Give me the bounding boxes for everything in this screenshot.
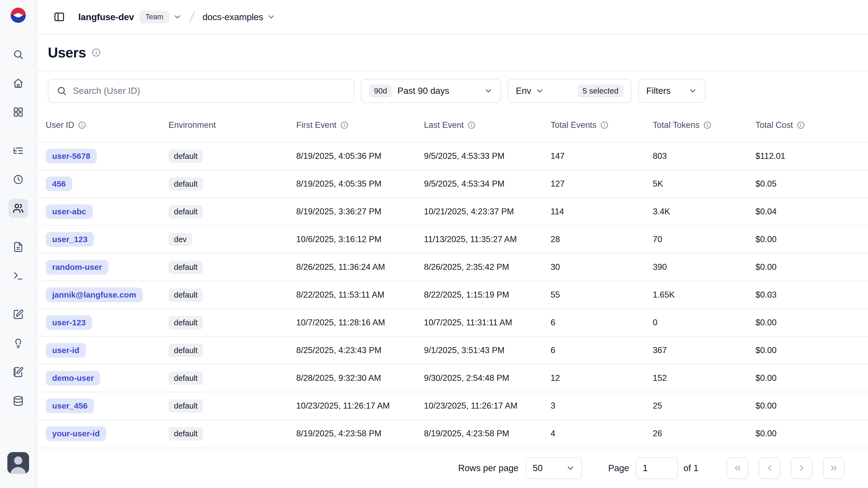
table-row[interactable]: 456default8/19/2025, 4:05:35 PM9/5/2025,… [37, 170, 868, 198]
page-title-info-icon[interactable] [92, 48, 101, 57]
table-row[interactable]: demo-userdefault8/28/2025, 9:32:30 AM9/3… [37, 364, 868, 392]
sidebar-item-tracing[interactable] [8, 141, 28, 161]
column-header-environment[interactable]: Environment [168, 120, 296, 130]
sidebar-item-insights[interactable] [8, 334, 28, 353]
info-icon [467, 121, 475, 129]
total-events-cell: 30 [551, 262, 653, 272]
last-page-button[interactable] [823, 457, 845, 479]
info-icon [797, 121, 805, 129]
next-page-button[interactable] [791, 457, 812, 479]
rows-per-page-select[interactable]: 50 [526, 457, 582, 479]
user-id-badge[interactable]: user_456 [45, 399, 94, 413]
user-id-badge[interactable]: user-123 [45, 315, 92, 330]
clock-icon [13, 174, 24, 185]
column-header-user-id[interactable]: User ID [45, 120, 168, 130]
page-number-input[interactable] [636, 457, 678, 479]
environment-badge: default [168, 205, 203, 219]
table-row[interactable]: your-user-iddefault8/19/2025, 4:23:58 PM… [37, 420, 868, 447]
sidebar-item-annotation[interactable] [8, 362, 28, 382]
last-event-cell: 9/5/2025, 4:53:34 PM [424, 179, 551, 189]
toolbar: 90d Past 90 days Env 5 selected Filters [37, 71, 868, 108]
filters-button[interactable]: Filters [638, 79, 706, 103]
chevrons-left-icon [733, 463, 742, 473]
first-event-cell: 10/23/2025, 11:26:17 AM [296, 401, 424, 411]
home-icon [13, 78, 24, 89]
sidebar-item-datasets[interactable] [8, 391, 28, 411]
sidebar-item-home[interactable] [8, 74, 28, 93]
column-header-total-tokens[interactable]: Total Tokens [653, 120, 755, 130]
sidebar-toggle-button[interactable] [50, 8, 68, 26]
date-range-picker[interactable]: 90d Past 90 days [361, 79, 501, 103]
org-switcher-chevron-icon[interactable] [173, 12, 182, 21]
database-icon [13, 396, 24, 406]
table-row[interactable]: user_123dev10/6/2025, 3:16:12 PM11/13/20… [37, 225, 868, 253]
info-icon [600, 121, 609, 129]
user-id-badge[interactable]: random-user [45, 260, 108, 275]
total-events-cell: 127 [551, 179, 653, 189]
list-tree-icon [13, 145, 24, 156]
total-tokens-cell: 803 [653, 151, 755, 161]
environment-badge: default [168, 261, 203, 274]
info-icon [703, 121, 711, 129]
total-events-cell: 4 [551, 429, 653, 438]
info-icon [340, 121, 348, 129]
sidebar-item-sessions[interactable] [8, 170, 28, 189]
user-id-badge[interactable]: 456 [45, 176, 72, 191]
total-cost-cell: $0.00 [755, 262, 868, 272]
project-switcher-chevron-icon[interactable] [267, 12, 276, 21]
rows-per-page-label: Rows per page [458, 463, 519, 473]
sidebar-item-playground[interactable] [8, 266, 28, 286]
total-tokens-cell: 25 [653, 401, 755, 411]
column-header-last-event[interactable]: Last Event [424, 120, 551, 130]
column-label: First Event [296, 120, 336, 130]
total-cost-cell: $0.00 [755, 318, 868, 327]
user-id-badge[interactable]: user-5678 [45, 149, 97, 164]
environment-filter[interactable]: Env 5 selected [508, 79, 631, 103]
sidebar-item-evaluation[interactable] [8, 305, 28, 324]
column-header-first-event[interactable]: First Event [296, 120, 424, 130]
info-icon [78, 121, 86, 129]
table-row[interactable]: user-abcdefault8/19/2025, 3:36:27 PM10/2… [37, 198, 868, 225]
previous-page-button[interactable] [759, 457, 780, 479]
project-name[interactable]: docs-examples [203, 12, 263, 22]
search-input[interactable] [73, 86, 346, 96]
org-name[interactable]: langfuse-dev [78, 12, 134, 22]
user-id-badge[interactable]: demo-user [45, 371, 100, 385]
table-row[interactable]: random-userdefault8/26/2025, 11:36:24 AM… [37, 253, 868, 281]
column-header-total-cost[interactable]: Total Cost [755, 120, 868, 130]
langfuse-logo[interactable] [9, 6, 27, 24]
total-tokens-cell: 3.4K [653, 207, 755, 217]
main-area: langfuse-dev Team docs-examples Users 90… [37, 0, 868, 488]
last-event-cell: 11/13/2025, 11:35:27 AM [424, 234, 551, 244]
environment-badge: default [168, 177, 203, 191]
environment-badge: default [168, 150, 203, 163]
total-tokens-cell: 367 [653, 345, 755, 355]
user-id-badge[interactable]: user-id [45, 343, 86, 358]
total-events-cell: 3 [551, 401, 653, 411]
total-events-cell: 12 [551, 373, 653, 383]
table-row[interactable]: jannik@langfuse.comdefault8/22/2025, 11:… [37, 281, 868, 309]
sidebar-item-search[interactable] [8, 45, 28, 64]
sidebar-item-dashboards[interactable] [8, 102, 28, 122]
user-id-badge[interactable]: jannik@langfuse.com [45, 288, 143, 302]
table-row[interactable]: user_456default10/23/2025, 11:26:17 AM10… [37, 392, 868, 420]
chevrons-right-icon [829, 463, 838, 473]
user-id-badge[interactable]: your-user-id [45, 426, 106, 441]
user-id-badge[interactable]: user-abc [45, 204, 93, 219]
first-event-cell: 8/25/2025, 4:23:43 PM [296, 345, 424, 355]
column-header-total-events[interactable]: Total Events [551, 120, 653, 130]
table-row[interactable]: user-123default10/7/2025, 11:28:16 AM10/… [37, 309, 868, 336]
search-icon [13, 49, 24, 60]
column-label: User ID [45, 120, 74, 130]
sidebar-item-prompts[interactable] [8, 237, 28, 257]
last-event-cell: 10/21/2025, 4:23:37 PM [424, 207, 551, 217]
sidebar-item-users[interactable] [8, 199, 28, 218]
first-page-button[interactable] [727, 457, 748, 479]
last-event-cell: 10/23/2025, 11:26:17 AM [424, 401, 551, 411]
user-id-badge[interactable]: user_123 [45, 232, 94, 247]
grid-icon [13, 107, 24, 117]
user-avatar[interactable] [7, 452, 29, 474]
chevron-down-icon [566, 463, 575, 473]
table-row[interactable]: user-iddefault8/25/2025, 4:23:43 PM9/1/2… [37, 336, 868, 364]
table-row[interactable]: user-5678default8/19/2025, 4:05:36 PM9/5… [37, 142, 868, 170]
